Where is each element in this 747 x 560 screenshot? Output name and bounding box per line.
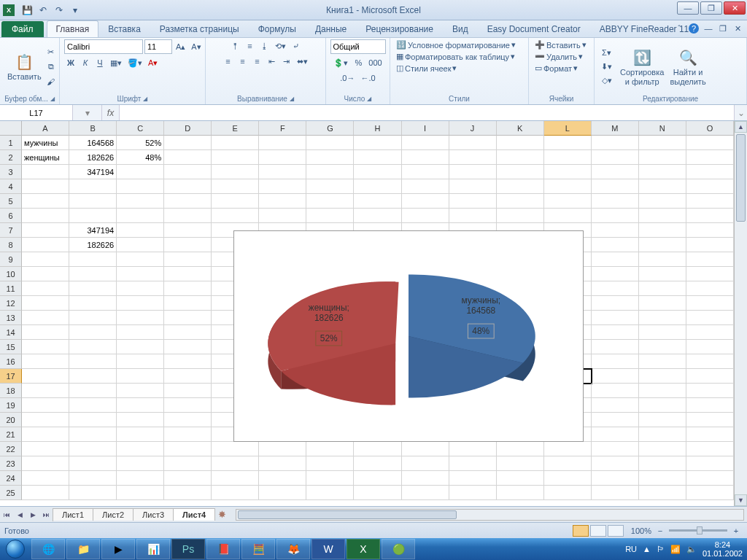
- decrease-indent-icon[interactable]: ⇤: [266, 55, 279, 68]
- cell-N9[interactable]: [639, 252, 686, 267]
- bold-button[interactable]: Ж: [64, 56, 77, 69]
- cell-D2[interactable]: [164, 150, 212, 165]
- number-format-combo[interactable]: [330, 39, 386, 54]
- cell-B4[interactable]: [69, 179, 117, 194]
- autosum-icon[interactable]: Σ▾: [599, 47, 614, 60]
- cell-O17[interactable]: [686, 369, 734, 384]
- row-header-14[interactable]: 14: [0, 325, 22, 340]
- taskbar-firefox-icon[interactable]: 🦊: [276, 539, 310, 559]
- cell-C18[interactable]: [117, 384, 164, 398]
- cell-O21[interactable]: [686, 427, 734, 442]
- cell-C2[interactable]: 48%: [117, 150, 164, 165]
- cell-A12[interactable]: [22, 296, 69, 311]
- sheet-tab-Лист3[interactable]: Лист3: [133, 508, 174, 521]
- cell-K25[interactable]: [497, 486, 544, 500]
- qat-save-icon[interactable]: 💾: [20, 4, 34, 17]
- cell-M17[interactable]: [592, 369, 639, 384]
- column-header-N[interactable]: N: [639, 121, 686, 136]
- cell-B17[interactable]: [69, 369, 117, 384]
- cell-C16[interactable]: [117, 354, 164, 369]
- cell-B16[interactable]: [69, 354, 117, 369]
- cell-I5[interactable]: [402, 194, 449, 209]
- align-middle-icon[interactable]: ≡: [244, 39, 257, 52]
- column-header-F[interactable]: F: [259, 121, 306, 136]
- embedded-chart[interactable]: мужчины; 164568 48% женщины; 182626 52%: [233, 230, 584, 442]
- cell-A4[interactable]: [22, 179, 69, 194]
- cell-A22[interactable]: [22, 442, 69, 456]
- row-header-23[interactable]: 23: [0, 456, 22, 471]
- merge-center-icon[interactable]: ⬌▾: [295, 55, 310, 68]
- cell-D1[interactable]: [164, 136, 212, 150]
- cell-E1[interactable]: [212, 136, 259, 150]
- cell-B24[interactable]: [69, 471, 117, 486]
- taskbar-media-icon[interactable]: ▶: [101, 539, 135, 559]
- cell-B19[interactable]: [69, 398, 117, 413]
- zoom-thumb[interactable]: [697, 526, 703, 534]
- cell-M20[interactable]: [592, 413, 639, 427]
- cell-J23[interactable]: [449, 456, 497, 471]
- row-header-2[interactable]: 2: [0, 150, 22, 165]
- column-header-A[interactable]: A: [22, 121, 69, 136]
- namebox-dropdown-icon[interactable]: ▾: [73, 105, 102, 120]
- cell-C14[interactable]: [117, 325, 164, 340]
- cell-N19[interactable]: [639, 398, 686, 413]
- insert-cells-button[interactable]: ➕Вставить ▾: [533, 39, 588, 50]
- cell-O11[interactable]: [686, 281, 734, 296]
- cell-M4[interactable]: [592, 179, 639, 194]
- cell-I1[interactable]: [402, 136, 449, 150]
- cell-C25[interactable]: [117, 486, 164, 500]
- cell-K22[interactable]: [497, 442, 544, 456]
- cell-H2[interactable]: [354, 150, 401, 165]
- cell-B9[interactable]: [69, 252, 117, 267]
- row-header-8[interactable]: 8: [0, 238, 22, 252]
- cell-C9[interactable]: [117, 252, 164, 267]
- cell-O13[interactable]: [686, 311, 734, 325]
- vscroll-thumb[interactable]: [736, 134, 746, 222]
- cell-A7[interactable]: [22, 223, 69, 238]
- cell-O12[interactable]: [686, 296, 734, 311]
- cell-E4[interactable]: [212, 179, 259, 194]
- cell-M15[interactable]: [592, 340, 639, 354]
- cell-N13[interactable]: [639, 311, 686, 325]
- excel-close-icon[interactable]: ✕: [732, 23, 743, 34]
- italic-button[interactable]: К: [79, 56, 92, 69]
- cell-D12[interactable]: [164, 296, 212, 311]
- cell-N7[interactable]: [639, 223, 686, 238]
- cell-E25[interactable]: [212, 486, 259, 500]
- cell-A10[interactable]: [22, 267, 69, 281]
- cell-A21[interactable]: [22, 427, 69, 442]
- cell-G6[interactable]: [306, 209, 354, 223]
- row-header-3[interactable]: 3: [0, 165, 22, 179]
- grow-font-icon[interactable]: A▴: [174, 40, 187, 53]
- cell-O14[interactable]: [686, 325, 734, 340]
- cell-H22[interactable]: [354, 442, 401, 456]
- column-header-K[interactable]: K: [497, 121, 544, 136]
- cell-D23[interactable]: [164, 456, 212, 471]
- ribbon-tab-easy-document-creator[interactable]: Easy Document Creator: [478, 20, 590, 37]
- cell-O1[interactable]: [686, 136, 734, 150]
- column-header-L[interactable]: L: [544, 121, 592, 136]
- row-header-19[interactable]: 19: [0, 398, 22, 413]
- cell-A18[interactable]: [22, 384, 69, 398]
- ribbon-tab-формулы[interactable]: Формулы: [249, 20, 306, 37]
- cell-M8[interactable]: [592, 238, 639, 252]
- cell-N20[interactable]: [639, 413, 686, 427]
- cell-C17[interactable]: [117, 369, 164, 384]
- cell-B13[interactable]: [69, 311, 117, 325]
- cell-B20[interactable]: [69, 413, 117, 427]
- cell-M19[interactable]: [592, 398, 639, 413]
- cell-N5[interactable]: [639, 194, 686, 209]
- cell-D4[interactable]: [164, 179, 212, 194]
- sheet-tab-Лист4[interactable]: Лист4: [173, 508, 215, 521]
- view-page-break-icon[interactable]: [608, 525, 624, 537]
- cell-O23[interactable]: [686, 456, 734, 471]
- row-header-7[interactable]: 7: [0, 223, 22, 238]
- cell-H5[interactable]: [354, 194, 401, 209]
- cell-C10[interactable]: [117, 267, 164, 281]
- cell-H3[interactable]: [354, 165, 401, 179]
- taskbar-clock[interactable]: 8:24 01.01.2002: [703, 540, 743, 558]
- scroll-down-icon[interactable]: ▼: [735, 494, 747, 506]
- fill-color-icon[interactable]: 🪣▾: [125, 56, 144, 69]
- cell-C15[interactable]: [117, 340, 164, 354]
- taskbar-ps-icon[interactable]: Ps: [171, 539, 205, 559]
